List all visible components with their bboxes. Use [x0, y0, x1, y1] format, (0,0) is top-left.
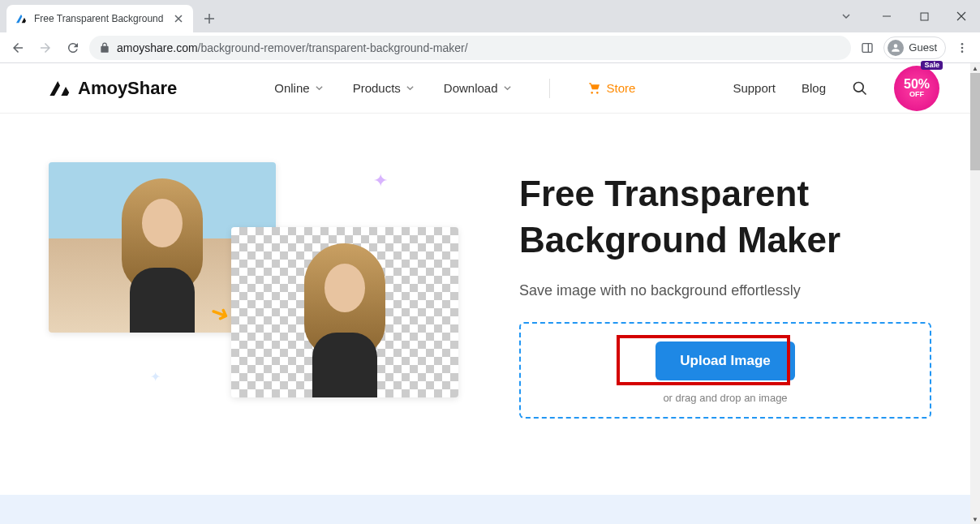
- sparkle-icon: ✦: [373, 170, 388, 191]
- new-tab-button[interactable]: [198, 7, 221, 30]
- cart-icon: [587, 82, 602, 95]
- browser-tab-strip: Free Transparent Background: [0, 0, 980, 32]
- url-path: /background-remover/transparent-backgrou…: [198, 41, 468, 54]
- sale-percent: 50%: [904, 78, 930, 91]
- chevron-down-icon: [315, 84, 324, 92]
- avatar-icon: [888, 40, 904, 56]
- secondary-nav: Support Blog Sale 50% OFF: [733, 66, 939, 111]
- tab-close-icon[interactable]: [172, 12, 185, 25]
- page-footer-strip: [0, 495, 970, 524]
- svg-point-5: [961, 50, 964, 53]
- hero-section: ✦ ✦ ➜ Free Transparent Background Maker …: [0, 114, 980, 454]
- brand-mark-icon: [49, 79, 71, 97]
- person-figure: [97, 170, 227, 333]
- hero-illustration: ✦ ✦ ➜: [49, 162, 487, 422]
- title-line: Free Transparent: [519, 174, 809, 213]
- person-figure: [280, 235, 410, 397]
- nav-download[interactable]: Download: [444, 81, 512, 95]
- url-text: amoyshare.com/background-remover/transpa…: [117, 41, 468, 54]
- page-subtitle: Save image with no background effortless…: [519, 282, 931, 299]
- sparkle-icon: ✦: [150, 369, 161, 384]
- main-nav: Online Products Download Store: [274, 79, 635, 98]
- svg-point-3: [961, 43, 964, 45]
- sale-tag: Sale: [921, 61, 943, 70]
- svg-rect-1: [862, 43, 872, 52]
- back-button[interactable]: [6, 37, 29, 59]
- window-controls: [827, 0, 980, 32]
- page-title: Free Transparent Background Maker: [519, 170, 931, 263]
- nav-products[interactable]: Products: [353, 81, 415, 95]
- address-bar[interactable]: amoyshare.com/background-remover/transpa…: [89, 36, 851, 60]
- url-host: amoyshare.com: [117, 41, 198, 54]
- nav-blog[interactable]: Blog: [802, 81, 826, 95]
- lock-icon: [99, 42, 110, 54]
- forward-button: [34, 37, 57, 59]
- scroll-up-icon[interactable]: ▲: [970, 63, 980, 73]
- tab-search-icon[interactable]: [827, 3, 865, 29]
- upload-button[interactable]: Upload Image: [655, 341, 794, 380]
- search-icon[interactable]: [852, 80, 868, 97]
- sale-badge[interactable]: Sale 50% OFF: [894, 66, 939, 111]
- maximize-button[interactable]: [905, 3, 943, 29]
- scroll-down-icon[interactable]: ▼: [970, 514, 980, 524]
- nav-label: Products: [353, 81, 401, 95]
- minimize-button[interactable]: [868, 3, 905, 29]
- panel-icon[interactable]: [856, 37, 879, 59]
- site-header: AmoyShare Online Products Download Store…: [0, 63, 980, 114]
- sale-off: OFF: [909, 91, 924, 98]
- menu-icon[interactable]: [951, 37, 974, 59]
- svg-point-6: [854, 82, 864, 92]
- chevron-down-icon: [406, 84, 415, 92]
- tab-title: Free Transparent Background: [34, 13, 165, 24]
- scrollbar-thumb[interactable]: [970, 73, 980, 170]
- after-image: [231, 227, 458, 397]
- nav-label: Store: [607, 81, 636, 95]
- upload-dropzone[interactable]: Upload Image or drag and drop an image: [519, 322, 931, 419]
- reload-button[interactable]: [62, 37, 84, 59]
- profile-chip[interactable]: Guest: [883, 37, 946, 59]
- nav-store[interactable]: Store: [587, 81, 636, 95]
- nav-divider: [549, 79, 550, 98]
- brand-name: AmoyShare: [78, 78, 177, 99]
- nav-label: Download: [444, 81, 498, 95]
- chevron-down-icon: [503, 84, 512, 92]
- favicon-icon: [15, 12, 28, 25]
- hero-content: Free Transparent Background Maker Save i…: [519, 162, 931, 422]
- nav-label: Online: [274, 81, 309, 95]
- close-window-button[interactable]: [943, 3, 980, 29]
- brand-logo[interactable]: AmoyShare: [49, 78, 177, 99]
- nav-support[interactable]: Support: [733, 81, 776, 95]
- browser-tab[interactable]: Free Transparent Background: [6, 5, 193, 32]
- nav-online[interactable]: Online: [274, 81, 323, 95]
- profile-label: Guest: [909, 41, 937, 54]
- upload-hint: or drag and drop an image: [537, 392, 913, 404]
- title-line: Background Maker: [519, 220, 840, 260]
- svg-point-4: [961, 46, 964, 49]
- svg-rect-0: [921, 13, 928, 20]
- browser-toolbar: amoyshare.com/background-remover/transpa…: [0, 32, 980, 63]
- svg-line-7: [862, 90, 866, 94]
